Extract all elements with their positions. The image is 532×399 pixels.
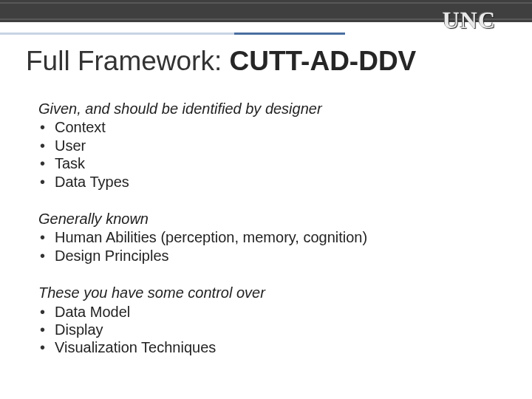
section-heading: Given, and should be identified by desig…: [38, 100, 488, 117]
bullet-item: Design Principles: [38, 247, 488, 265]
bullet-list: Data Model Display Visualization Techniq…: [38, 303, 488, 357]
logo-unc: UNC: [443, 7, 496, 34]
slide: UNC Full Framework: CUTT-AD-DDV Given, a…: [0, 0, 532, 399]
slide-title: Full Framework: CUTT-AD-DDV: [26, 46, 510, 77]
bullet-list: Human Abilities (perception, memory, cog…: [38, 228, 488, 265]
bullet-item: User: [38, 137, 488, 154]
bullet-item: Visualization Techniques: [38, 338, 488, 356]
section-given: Given, and should be identified by desig…: [38, 100, 488, 191]
title-prefix: Full Framework:: [26, 46, 229, 76]
bullet-list: Context User Task Data Types: [38, 118, 488, 191]
section-control: These you have some control over Data Mo…: [38, 284, 488, 357]
bullet-item: Data Types: [38, 173, 488, 191]
bullet-item: Human Abilities (perception, memory, cog…: [38, 228, 488, 246]
bullet-item: Task: [38, 154, 488, 172]
bullet-item: Display: [38, 321, 488, 338]
section-heading: These you have some control over: [38, 284, 488, 301]
body-content: Given, and should be identified by desig…: [38, 100, 488, 376]
divider-rule: [0, 33, 345, 35]
bullet-item: Data Model: [38, 303, 488, 321]
bullet-item: Context: [38, 118, 488, 136]
section-known: Generally known Human Abilities (percept…: [38, 210, 488, 265]
section-heading: Generally known: [38, 210, 488, 228]
title-main: CUTT-AD-DDV: [229, 46, 416, 76]
